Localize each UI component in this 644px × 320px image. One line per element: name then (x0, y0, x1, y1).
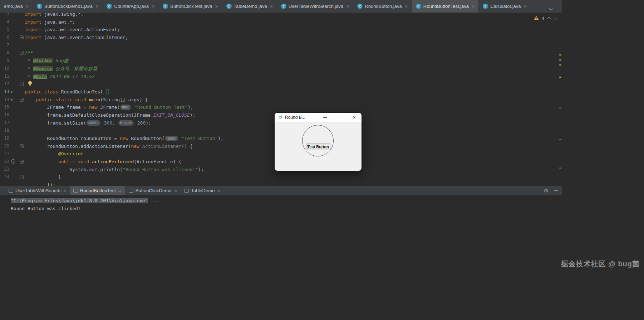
console-line: "C:\Program Files\Java\jdk1.8.0_201\bin\… (11, 197, 562, 205)
tab-close-icon[interactable]: × (215, 4, 218, 9)
code-text: }); (25, 181, 55, 186)
warning-count: 4 (542, 16, 544, 21)
code-text: System.out.println("Round Button was cli… (25, 166, 204, 174)
editor-tab[interactable]: CCounterApp.java× (103, 0, 159, 13)
fold-icon[interactable]: − (20, 82, 24, 86)
round-button-circle[interactable] (302, 125, 334, 156)
console-output[interactable]: "C:\Program Files\Java\jdk1.8.0_201\bin\… (0, 195, 562, 320)
code-token: JFrame( (98, 105, 120, 110)
code-text: import java.awt.event.ActionListener; (25, 34, 128, 42)
console-line: Round Button was clicked! (11, 205, 562, 213)
minimize-button[interactable] (318, 113, 332, 122)
error-stripe-mark[interactable] (559, 77, 561, 78)
gutter: 13▶ (0, 88, 25, 96)
tab-close-icon[interactable]: × (524, 4, 527, 9)
fold-icon[interactable]: − (20, 35, 24, 39)
override-icon[interactable]: ↑ (11, 159, 15, 164)
error-stripe-mark[interactable] (559, 59, 561, 60)
code-token: new (89, 105, 97, 110)
code-text: import java.awt.event.ActionEvent; (25, 26, 120, 34)
gutter (0, 181, 25, 186)
editor-tab[interactable]: CTableDemo.java× (222, 0, 277, 13)
console-text: "C:\Program Files\Java\jdk1.8.0_201\bin\… (11, 198, 148, 203)
code-token: public static void (36, 97, 86, 102)
console-tab[interactable]: UserTableWithSearch× (5, 186, 70, 195)
console-tab[interactable]: TableDemo× (181, 186, 224, 195)
editor-tab[interactable]: CButtonClickTest.java× (159, 0, 222, 13)
editor-tab-label: RoundButtonTest.java (423, 4, 469, 9)
settings-gear-icon[interactable]: ⚙ (544, 188, 549, 193)
close-button[interactable]: × (347, 113, 362, 122)
editor-tab[interactable]: CRoundButton.java× (353, 0, 412, 13)
java-class-icon: C (107, 4, 112, 9)
inspections-widget[interactable]: 4 (534, 16, 557, 21)
tab-close-icon[interactable]: × (405, 4, 408, 9)
tab-close-icon[interactable]: × (26, 4, 29, 9)
swing-app-window[interactable]: Round B... × Test Button (275, 113, 362, 171)
java-class-icon: C (163, 4, 168, 9)
line-number: 19 (0, 135, 9, 142)
run-icon[interactable]: ▶ (11, 96, 13, 104)
editor-tab-strip: emo.java×CButtonClickDemo1.java×CCounter… (0, 0, 562, 13)
error-stripe[interactable] (559, 13, 562, 186)
code-token: 2024-08-17 10:52 (47, 74, 95, 79)
code-token: frame.setDefaultCloseOperation(JFrame. (25, 112, 153, 118)
code-token (25, 151, 58, 156)
console-text: Round Button was clicked! (11, 206, 81, 211)
tab-close-icon[interactable]: × (174, 188, 177, 194)
code-token: main (89, 97, 100, 102)
fold-icon[interactable]: − (20, 175, 24, 179)
code-token: JFrame frame = (25, 105, 89, 110)
tab-close-icon[interactable]: × (152, 4, 154, 9)
tab-close-icon[interactable]: × (63, 188, 66, 194)
tab-close-icon[interactable]: × (346, 4, 349, 9)
console-tab[interactable]: ButtonClickDemo× (125, 186, 181, 195)
line-number: 13 (0, 88, 9, 96)
hide-panel-icon[interactable] (554, 190, 558, 191)
code-token (134, 120, 137, 126)
console-icon (73, 189, 78, 193)
code-token: EXIT_ON_CLOSE (153, 112, 190, 118)
editor-tab[interactable]: emo.java× (0, 0, 33, 13)
console-tab[interactable]: RoundButtonTest× (70, 186, 125, 195)
code-editor[interactable]: 3import javax.swing.*;4import java.awt.*… (0, 13, 562, 186)
code-text: * @Source 公众号：猿圈奇妙屋 (25, 65, 97, 73)
chevron-down-icon (549, 7, 553, 10)
editor-tab[interactable]: CCalculator.java× (479, 0, 531, 13)
round-button-label[interactable]: Test Button (306, 144, 330, 150)
code-token: "Test Button" (179, 136, 218, 141)
console-tab-label: TableDemo (191, 188, 215, 193)
run-icon[interactable]: ▶ (11, 88, 13, 96)
fold-icon[interactable]: − (20, 144, 24, 148)
tab-close-icon[interactable]: × (270, 4, 273, 9)
next-problem-chevron-icon[interactable] (554, 17, 557, 20)
editor-tab[interactable]: CUserTableWithSearch.java× (277, 0, 353, 13)
code-token: frame.setSize( (25, 120, 86, 126)
code-line: }); (0, 181, 562, 186)
editor-tab[interactable]: CButtonClickDemo1.java× (33, 0, 103, 13)
line-number: 3 (0, 13, 9, 18)
tab-close-icon[interactable]: × (472, 4, 475, 9)
tab-overflow-chevron-icon[interactable] (550, 5, 552, 11)
window-title-bar[interactable]: Round B... × (275, 113, 362, 122)
code-token (86, 97, 89, 102)
error-stripe-mark[interactable] (559, 64, 561, 66)
fold-icon[interactable]: − (20, 51, 24, 55)
code-token: import (25, 27, 41, 32)
maximize-button[interactable] (332, 113, 347, 122)
fold-icon[interactable]: − (20, 98, 24, 102)
error-stripe-mark[interactable] (559, 54, 561, 55)
error-stripe-mark[interactable] (559, 168, 561, 169)
error-stripe-mark[interactable] (559, 139, 561, 140)
tab-close-icon[interactable]: × (119, 188, 122, 194)
prev-problem-chevron-icon[interactable] (547, 17, 551, 20)
gutter: 19 (0, 135, 25, 142)
intention-bulb-icon[interactable] (27, 81, 33, 87)
code-token: actionPerformed (92, 159, 134, 164)
fold-icon[interactable]: − (20, 160, 24, 164)
code-token: @Source (33, 66, 53, 71)
tab-close-icon[interactable]: × (217, 188, 220, 194)
error-stripe-mark[interactable] (559, 107, 561, 108)
editor-tab[interactable]: CRoundButtonTest.java× (412, 0, 479, 13)
tab-close-icon[interactable]: × (95, 4, 98, 9)
